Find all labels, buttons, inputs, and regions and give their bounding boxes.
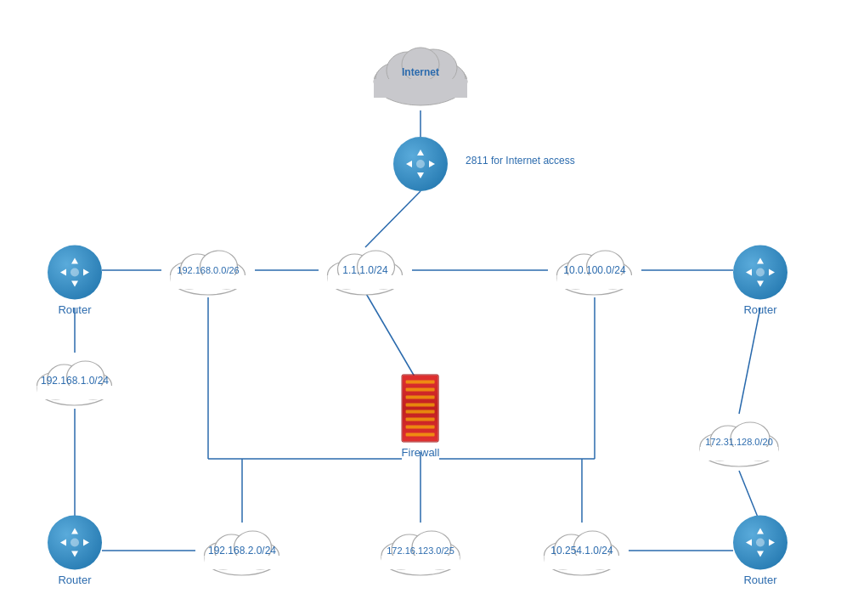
cloud-172-16-123: 172.16.123.0/25	[370, 519, 471, 582]
router-right-label: Router	[743, 303, 776, 316]
internet-cloud: Internet	[361, 32, 480, 112]
svg-marker-31	[429, 161, 435, 167]
svg-point-60	[756, 268, 765, 277]
firewall-icon	[402, 375, 439, 443]
cloud-172-16-123-label: 172.16.123.0/25	[387, 545, 454, 556]
cloud-1-1-1-label: 1.1.1.0/24	[342, 264, 387, 276]
cloud-192-168-2: 192.168.2.0/24	[194, 519, 291, 582]
router-bottom-left-icon	[48, 516, 102, 570]
cloud-192-168-0-label: 192.168.0.0/26	[177, 265, 239, 275]
svg-marker-76	[83, 540, 89, 546]
firewall-label: Firewall	[402, 446, 440, 459]
svg-point-82	[756, 539, 765, 547]
internet-label: Internet	[402, 66, 439, 78]
cloud-10-0-100-label: 10.0.100.0/24	[563, 264, 625, 276]
svg-point-77	[71, 539, 79, 547]
cloud-192-168-1-label: 192.168.1.0/24	[41, 375, 109, 387]
svg-marker-56	[757, 258, 764, 264]
svg-rect-26	[374, 79, 467, 98]
svg-rect-50	[557, 275, 633, 289]
cloud-10-254-label: 10.254.1.0/24	[550, 545, 612, 557]
svg-line-8	[365, 292, 418, 382]
router-top-annotation: 2811 for Internet access	[466, 155, 575, 167]
svg-marker-79	[757, 551, 764, 557]
cloud-10-254: 10.254.1.0/24	[533, 519, 631, 582]
cloud-192-168-2-label: 192.168.2.0/24	[208, 545, 276, 557]
svg-marker-54	[83, 269, 89, 276]
svg-marker-73	[71, 528, 78, 534]
svg-rect-72	[700, 447, 778, 461]
svg-rect-88	[205, 556, 280, 569]
svg-marker-80	[746, 540, 752, 546]
svg-point-32	[416, 160, 425, 168]
cloud-10-0-100: 10.0.100.0/24	[546, 239, 644, 302]
svg-marker-57	[757, 281, 764, 287]
cloud-192-168-1: 192.168.1.0/24	[26, 349, 124, 412]
svg-rect-94	[381, 556, 460, 569]
svg-line-19	[739, 308, 760, 414]
router-bottom-left: Router	[48, 516, 102, 586]
svg-marker-78	[757, 528, 764, 534]
svg-marker-52	[71, 281, 78, 287]
svg-rect-66	[37, 386, 113, 399]
router-right: Router	[733, 246, 787, 316]
router-bottom-left-label: Router	[58, 574, 91, 586]
svg-point-55	[71, 268, 79, 277]
router-right-icon	[733, 246, 787, 300]
svg-marker-81	[769, 540, 775, 546]
svg-marker-75	[60, 540, 66, 546]
svg-marker-59	[769, 269, 775, 276]
router-top-icon	[393, 137, 448, 191]
svg-marker-58	[746, 269, 752, 276]
cloud-1-1-1: 1.1.1.0/24	[317, 239, 415, 302]
svg-marker-53	[60, 269, 66, 276]
svg-marker-30	[406, 161, 412, 167]
svg-rect-38	[328, 275, 404, 289]
svg-marker-74	[71, 551, 78, 557]
cloud-192-168-0: 192.168.0.0/26	[160, 239, 257, 302]
router-left-label: Router	[58, 303, 91, 316]
router-bottom-right: Router	[733, 516, 787, 586]
network-diagram: Internet 2811 for Internet access	[0, 0, 841, 616]
cloud-172-31-label: 172.31.128.0/20	[705, 437, 773, 447]
svg-marker-51	[71, 258, 78, 264]
router-left: Router	[48, 246, 102, 316]
svg-rect-44	[171, 275, 246, 289]
svg-rect-100	[545, 556, 620, 569]
router-bottom-right-icon	[733, 516, 787, 570]
router-left-icon	[48, 246, 102, 300]
svg-marker-29	[417, 172, 424, 178]
router-bottom-right-label: Router	[743, 574, 776, 586]
router-top	[393, 137, 448, 191]
cloud-172-31: 172.31.128.0/20	[688, 410, 790, 473]
firewall: Firewall	[402, 375, 440, 459]
svg-marker-28	[417, 150, 424, 155]
